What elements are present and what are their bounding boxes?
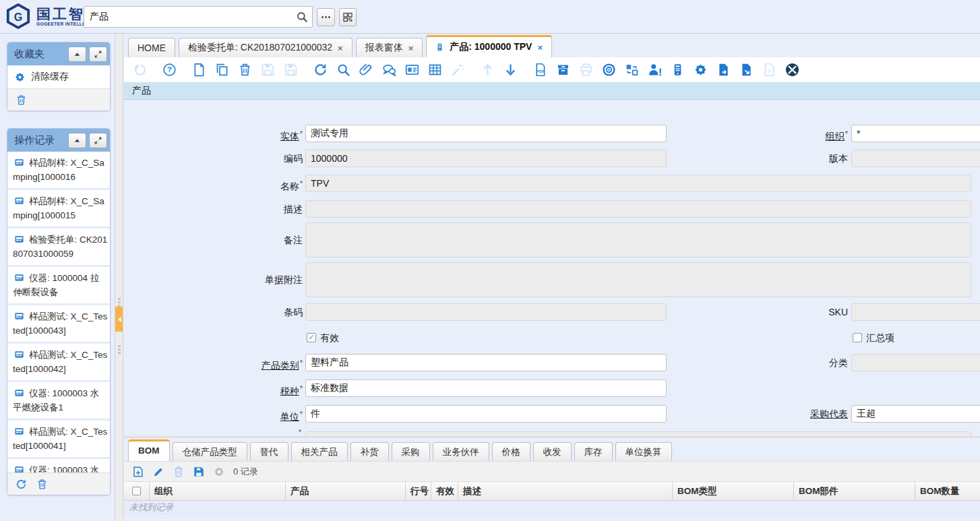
column-header-8[interactable]: BOM数量	[915, 482, 980, 500]
tab-inspection-order[interactable]: 检验委托单: CK201807021000032×	[179, 38, 353, 57]
data-grid-icon[interactable]	[428, 63, 442, 77]
collapse-sidebar-handle[interactable]	[115, 307, 123, 332]
workflow-icon[interactable]	[625, 63, 639, 77]
detail-tab-price[interactable]: 价格	[492, 442, 530, 461]
summary-checkbox[interactable]	[853, 333, 862, 342]
history-item[interactable]: 样品制样: X_C_Samping[1000015	[7, 190, 110, 228]
help-icon[interactable]	[162, 63, 177, 77]
arrow-down-icon[interactable]	[503, 63, 518, 77]
tab-home[interactable]: HOME	[128, 38, 175, 57]
search-icon[interactable]	[336, 63, 350, 77]
add-record-icon[interactable]	[132, 466, 144, 478]
detail-tab-warehouse-product-type[interactable]: 仓储产品类型	[173, 442, 247, 461]
expand-panel-button[interactable]	[89, 133, 107, 148]
apps-grid-button[interactable]	[339, 8, 357, 26]
sidebar-splitter[interactable]	[115, 34, 123, 521]
new-doc-icon[interactable]	[192, 63, 206, 77]
history-item[interactable]: 检验委托单: CK201807031000059	[7, 228, 110, 267]
trash-icon[interactable]	[16, 94, 27, 106]
expand-icon	[94, 136, 102, 145]
unit-input[interactable]	[305, 405, 667, 423]
category-input[interactable]	[305, 354, 667, 371]
global-search-input[interactable]	[84, 7, 292, 26]
version-label: 版本	[754, 150, 848, 167]
comments-icon[interactable]	[382, 63, 396, 77]
attachment-icon[interactable]	[359, 63, 373, 77]
history-item[interactable]: 样品测试: X_C_Tested[1000041]	[7, 421, 110, 459]
buyer-input[interactable]	[851, 405, 980, 423]
collapse-panel-button[interactable]	[68, 47, 86, 62]
detail-tab-business-partner[interactable]: 业务伙伴	[433, 442, 489, 461]
history-item[interactable]: 样品测试: X_C_Tested[1000043]	[7, 305, 110, 344]
history-item[interactable]: 仪器: 1000003 水平燃烧设备1	[7, 382, 110, 421]
entity-input[interactable]	[305, 125, 667, 142]
org-label[interactable]: 组织*	[754, 125, 848, 142]
tab-product[interactable]: 产品: 1000000 TPV×	[426, 35, 552, 57]
column-header-1[interactable]: 组织	[150, 482, 286, 500]
detail-tab-bom[interactable]: BOM	[128, 439, 170, 461]
archive-icon[interactable]	[556, 63, 570, 77]
expand-panel-button[interactable]	[89, 47, 107, 62]
column-header-2[interactable]: 产品	[286, 482, 406, 500]
trash-icon[interactable]	[36, 479, 48, 490]
more-options-button[interactable]	[317, 8, 335, 26]
gear-icon[interactable]	[694, 63, 708, 77]
entity-label[interactable]: 实体*	[208, 125, 303, 142]
classification-label: 分类	[754, 354, 848, 371]
close-tab-icon[interactable]: ×	[408, 43, 414, 53]
column-header-6[interactable]: BOM类型	[673, 482, 794, 500]
person-alert-icon[interactable]	[648, 63, 662, 77]
export-doc-icon[interactable]	[716, 63, 731, 77]
detail-tab-inventory[interactable]: 库存	[574, 442, 613, 461]
history-item[interactable]: 样品测试: X_C_Tested[1000042]	[7, 344, 110, 382]
edit-icon[interactable]	[152, 466, 164, 478]
close-tab-icon[interactable]: ×	[338, 43, 343, 53]
pdf-export-icon[interactable]	[533, 63, 547, 77]
tab-report-window[interactable]: 报表窗体×	[356, 38, 423, 57]
select-all-checkbox[interactable]	[132, 487, 141, 495]
record-card-icon	[13, 311, 26, 321]
detail-tab-receipt-issue[interactable]: 收发	[533, 442, 572, 461]
refresh-icon[interactable]	[16, 479, 27, 490]
collapse-panel-button[interactable]	[68, 133, 86, 148]
valid-checkbox[interactable]: ✓	[307, 333, 316, 342]
arrow-left-icon	[115, 317, 121, 322]
buyer-label[interactable]: 采购代表	[754, 405, 848, 423]
save-icon[interactable]	[193, 466, 205, 478]
record-card-icon	[13, 350, 26, 359]
detail-tab-related-products[interactable]: 相关产品	[291, 442, 348, 461]
close-tab-icon[interactable]: ×	[537, 42, 543, 53]
detail-tab-purchase[interactable]: 采购	[392, 442, 430, 461]
empty-table-message: 未找到记录	[124, 501, 980, 514]
org-input[interactable]	[851, 125, 980, 142]
top-bar: 国工智能 GOGEETER INTELLIGENCE	[0, 0, 980, 34]
history-item[interactable]: 仪器: 1000003 水平燃烧设备2	[7, 459, 110, 472]
copy-icon[interactable]	[215, 63, 229, 77]
favorite-item-clear-cache[interactable]: 清除缓存	[7, 65, 110, 88]
column-header-7[interactable]: BOM部件	[794, 482, 915, 500]
history-item[interactable]: 仪器: 1000004 拉伸断裂设备	[7, 267, 110, 305]
block-user-icon[interactable]	[785, 63, 799, 77]
refresh-icon[interactable]	[313, 63, 328, 77]
column-header-3[interactable]: 行号	[406, 482, 431, 500]
detail-tab-unit-conversion[interactable]: 单位换算	[615, 442, 672, 461]
column-header-4[interactable]: 有效	[431, 482, 458, 500]
detail-tab-substitute[interactable]: 替代	[250, 442, 288, 461]
record-card-icon	[13, 465, 26, 472]
delete-icon[interactable]	[238, 63, 252, 77]
favorites-footer	[7, 88, 110, 111]
version-input	[851, 150, 980, 167]
category-label[interactable]: 产品类别*	[208, 354, 303, 371]
unit-label[interactable]: 单位*	[208, 405, 303, 423]
tax-label[interactable]: 税种*	[208, 379, 303, 397]
column-header-5[interactable]: 描述	[458, 482, 673, 500]
detail-tab-replenishment[interactable]: 补货	[350, 442, 389, 461]
save-as-icon	[284, 63, 298, 77]
target-icon[interactable]	[602, 63, 616, 77]
history-item[interactable]: 样品制样: X_C_Samping[1000016	[7, 152, 110, 190]
import-doc-icon[interactable]	[739, 63, 754, 77]
tax-input[interactable]	[305, 379, 667, 397]
id-card-icon[interactable]	[405, 63, 419, 77]
search-icon[interactable]	[292, 7, 312, 27]
mobile-device-icon[interactable]	[671, 63, 685, 77]
